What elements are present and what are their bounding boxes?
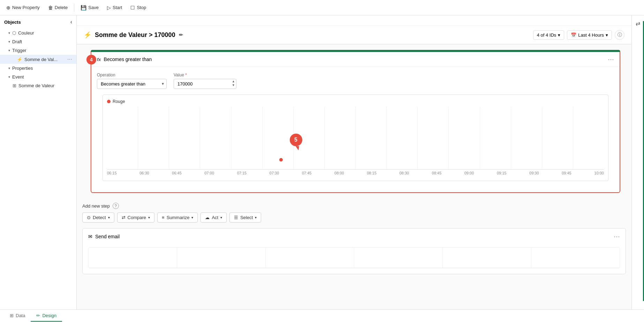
grid-col: [542, 107, 573, 169]
send-email-menu-button[interactable]: ⋯: [614, 233, 620, 240]
couleur-icon: ⬡: [12, 30, 16, 36]
balloon-number: 5: [290, 134, 302, 146]
lightning-icon: ⚡: [17, 57, 22, 62]
x-label: 09:45: [562, 171, 571, 175]
fx-icon: fx: [97, 57, 101, 62]
sidebar-item-event[interactable]: ▾ Event: [0, 73, 76, 81]
sidebar-collapse-button[interactable]: ‹: [70, 19, 72, 25]
increment-button[interactable]: ▲: [232, 80, 235, 83]
more-icon[interactable]: ⋯: [67, 57, 72, 62]
delete-icon: 🗑: [48, 5, 53, 10]
grid-col: [138, 107, 169, 169]
chart-grid: [107, 107, 604, 169]
value-input[interactable]: [174, 79, 236, 89]
content-area: ⚡ Somme de Valeur > 170000 ✏ 4 of 4 IDs …: [77, 15, 631, 309]
sidebar-item-draft[interactable]: ▾ Draft: [0, 37, 76, 46]
required-asterisk: *: [185, 73, 187, 77]
chevron-down-icon: ▾: [108, 216, 110, 219]
x-label: 06:15: [107, 171, 117, 175]
select-button[interactable]: ☰ Select ▾: [229, 212, 261, 223]
delete-button[interactable]: 🗑 Delete: [45, 3, 71, 12]
decrement-button[interactable]: ▼: [232, 83, 235, 87]
chart-xaxis: 06:15 06:30 06:45 07:00 07:15 07:30 07:4…: [107, 170, 604, 177]
detect-button[interactable]: ⊙ Detect ▾: [82, 212, 114, 223]
x-label: 06:45: [172, 171, 182, 175]
x-label: 08:15: [367, 171, 377, 175]
email-table-cell: [89, 248, 177, 268]
new-property-button[interactable]: ⊕ New Property: [3, 3, 43, 12]
send-email-title: ✉ Send email: [88, 234, 120, 239]
sidebar-item-label: Somme de Valeur: [18, 83, 54, 88]
chevron-down-icon: ▾: [8, 40, 10, 44]
start-button[interactable]: ▷ Start: [104, 3, 126, 12]
calendar-icon: 📅: [571, 32, 576, 38]
stop-button[interactable]: ☐ Stop: [127, 3, 150, 12]
summarize-label: Summarize: [167, 215, 190, 220]
operation-label: Operation: [97, 73, 167, 77]
right-panel-toggle: ⇄: [631, 15, 644, 309]
step-block-4: 4 fx Becomes greater than ⋯ Operation: [91, 50, 620, 193]
sidebar: Objects ‹ ▾ ⬡ Couleur ▾ Draft ▾ Trigger …: [0, 15, 77, 309]
chevron-down-icon: ▾: [8, 48, 10, 52]
header-controls: 4 of 4 IDs ▾ 📅 Last 4 Hours ▾ ⓘ: [533, 30, 624, 40]
x-label: 07:15: [237, 171, 247, 175]
summarize-button[interactable]: ≡ Summarize ▾: [157, 212, 198, 223]
sidebar-item-properties[interactable]: ▾ Properties: [0, 64, 76, 73]
ids-label: 4 of 4 IDs: [537, 32, 556, 38]
compare-button[interactable]: ⇄ Compare ▾: [117, 212, 154, 223]
operation-field: Operation Becomes greater than Becomes l…: [97, 73, 167, 89]
x-label: 07:30: [270, 171, 279, 175]
scroll-indicator-bar: [77, 15, 631, 26]
x-label: 09:15: [497, 171, 507, 175]
email-table-cell: [531, 248, 620, 268]
chevron-down-icon: ▾: [255, 216, 257, 219]
step-form: Operation Becomes greater than Becomes l…: [91, 67, 620, 192]
operation-select[interactable]: Becomes greater than Becomes less than B…: [97, 79, 167, 89]
grid-col: [169, 107, 200, 169]
legend-label: Rouge: [113, 99, 125, 104]
act-button[interactable]: ☁ Act ▾: [200, 212, 227, 223]
sidebar-item-label: Trigger: [12, 48, 26, 53]
chevron-down-icon: ▾: [8, 66, 10, 70]
sidebar-item-somme-de-valeur[interactable]: ⊞ Somme de Valeur: [0, 81, 76, 90]
panel-toggle-button[interactable]: ⇄: [634, 18, 642, 29]
grid-col: [356, 107, 387, 169]
tab-data[interactable]: ⊞ Data: [4, 310, 31, 322]
grid-col: [449, 107, 480, 169]
email-table: [88, 247, 620, 268]
email-table-row: [89, 248, 620, 268]
sidebar-item-trigger[interactable]: ▾ Trigger: [0, 46, 76, 55]
edit-icon[interactable]: ✏: [179, 32, 183, 38]
ids-button[interactable]: 4 of 4 IDs ▾: [533, 30, 565, 40]
send-email-block: ✉ Send email ⋯: [82, 228, 626, 274]
chevron-down-icon: ▾: [8, 31, 10, 35]
content-header: ⚡ Somme de Valeur > 170000 ✏ 4 of 4 IDs …: [77, 26, 631, 44]
x-label: 10:00: [594, 171, 604, 175]
x-label: 09:00: [464, 171, 474, 175]
grid-col: [480, 107, 511, 169]
send-email-header: ✉ Send email ⋯: [83, 229, 626, 245]
chart-area: 5: [107, 107, 604, 170]
sidebar-item-couleur[interactable]: ▾ ⬡ Couleur: [0, 29, 76, 37]
toolbar: ⊕ New Property 🗑 Delete 💾 Save ▷ Start ☐…: [0, 0, 644, 15]
help-icon[interactable]: ?: [113, 203, 119, 209]
add-step-title: Add new step: [82, 203, 110, 209]
stepper-buttons: ▲ ▼: [232, 80, 235, 87]
email-table-cell: [266, 248, 354, 268]
save-button[interactable]: 💾 Save: [77, 3, 102, 12]
x-label: 06:30: [139, 171, 149, 175]
grid-col: [107, 107, 138, 169]
step-menu-button[interactable]: ⋯: [608, 55, 614, 63]
add-step-section: Add new step ? ⊙ Detect ▾ ⇄ Compare ▾ ≡ …: [77, 199, 631, 225]
new-property-icon: ⊕: [6, 5, 10, 10]
tab-design[interactable]: ✏ Design: [31, 310, 62, 322]
time-range-button[interactable]: 📅 Last 4 Hours ▾: [567, 30, 612, 40]
chevron-down-icon: ▾: [191, 216, 193, 219]
sidebar-item-somme-de-val[interactable]: ⚡ Somme de Val... ⋯: [0, 55, 76, 64]
start-icon: ▷: [107, 5, 111, 10]
page-title: ⚡ Somme de Valeur > 170000 ✏: [84, 31, 183, 39]
grid-col: [200, 107, 231, 169]
email-icon: ✉: [88, 234, 92, 239]
info-button[interactable]: ⓘ: [615, 30, 624, 40]
x-label: 09:30: [529, 171, 539, 175]
